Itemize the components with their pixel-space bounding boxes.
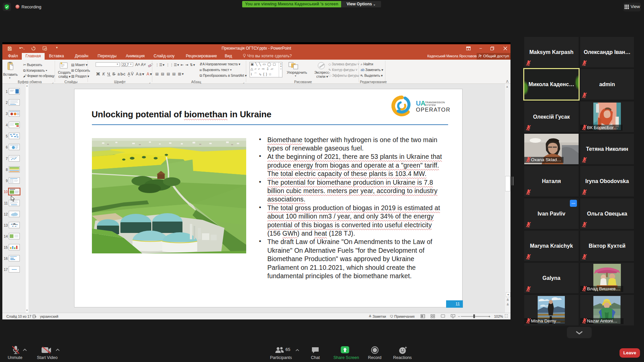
svg-text:OPERATOR: OPERATOR	[416, 107, 450, 113]
svg-text:SYSTEM: SYSTEM	[425, 104, 436, 107]
svg-text:UA: UA	[416, 100, 425, 107]
